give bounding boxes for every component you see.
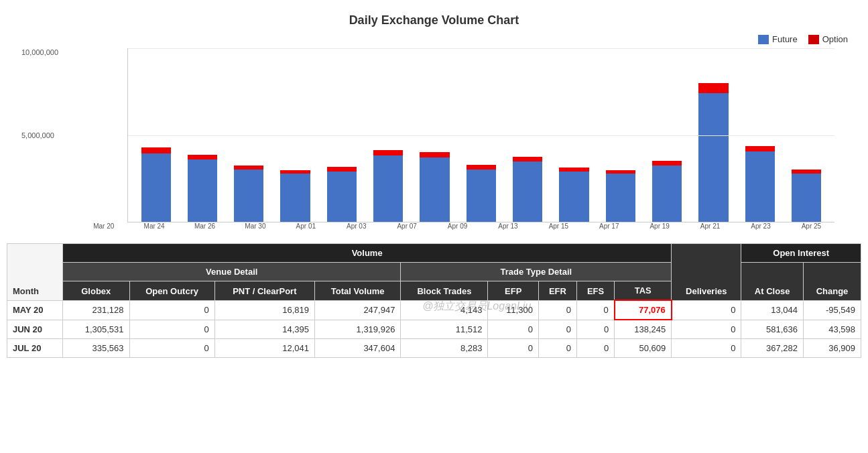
table-cell: 1,319,926: [314, 320, 400, 339]
x-label: Apr 23: [737, 222, 784, 230]
table-cell: JUL 20: [7, 339, 63, 358]
bar-group: [739, 146, 781, 222]
table-cell: 0: [672, 300, 741, 320]
table-cell: 0: [488, 339, 538, 358]
option-bar: [467, 165, 496, 170]
table-cell: 0: [129, 300, 214, 320]
x-label: Mar 24: [131, 222, 177, 230]
future-bar: [745, 151, 775, 222]
volume-group-header: Volume: [63, 244, 672, 263]
bar-group: [460, 165, 502, 222]
x-label: Mar 26: [182, 222, 228, 230]
open-outcry-header: Open Outcry: [129, 281, 214, 301]
table-cell: 347,604: [314, 339, 400, 358]
tas-header: TAS: [615, 281, 672, 301]
table-cell: 0: [672, 339, 741, 358]
chart-area: [127, 48, 834, 222]
bar-group: [228, 166, 270, 222]
x-label: Apr 25: [788, 222, 834, 230]
bar-group: [367, 150, 410, 222]
table-cell: 0: [538, 320, 576, 339]
table-cell: MAY 20: [7, 300, 63, 320]
table-cell: 0: [577, 300, 615, 320]
x-label: Apr 17: [586, 222, 632, 230]
legend-future: Future: [758, 34, 798, 44]
table-cell: 0: [538, 339, 576, 358]
block-trades-header: Block Trades: [401, 281, 488, 301]
future-bar: [513, 161, 542, 222]
x-label: Apr 01: [283, 222, 329, 230]
table-cell: 12,041: [214, 339, 314, 358]
bar-group: [553, 168, 595, 222]
table-wrapper: Month Volume Deliveries Open Interest Ve…: [7, 243, 861, 358]
bar-group: [135, 147, 177, 222]
x-axis: Mar 20Mar 24Mar 26Mar 30Apr 01Apr 03Apr …: [74, 222, 841, 230]
bar-group: [320, 167, 363, 222]
option-color-box: [808, 35, 819, 44]
table-cell: 0: [538, 300, 576, 320]
option-bar: [327, 167, 357, 172]
table-row: MAY 20231,128016,819247,9474,14311,30000…: [7, 300, 861, 320]
table-cell: 13,044: [741, 300, 804, 320]
future-bar: [141, 153, 171, 222]
option-bar: [141, 147, 171, 153]
bar-group: [507, 157, 549, 222]
future-bar: [652, 166, 682, 222]
table-cell: 581,636: [741, 320, 804, 339]
table-cell: 11,512: [401, 320, 488, 339]
table-cell: 0: [129, 339, 214, 358]
table-cell: 43,598: [804, 320, 861, 339]
future-bar: [420, 157, 449, 222]
y-label-top: 10,000,000: [21, 48, 58, 56]
venue-detail-header: Venue Detail: [63, 263, 401, 281]
table-cell: 0: [577, 339, 615, 358]
bar-group: [599, 170, 641, 222]
table-cell: 14,395: [214, 320, 314, 339]
y-label-mid: 5,000,000: [21, 131, 54, 139]
globex-header: Globex: [63, 281, 129, 301]
efp-header: EFP: [488, 281, 538, 301]
total-volume-header: Total Volume: [314, 281, 400, 301]
bar-group: [646, 161, 688, 222]
table-cell: 16,819: [214, 300, 314, 320]
future-bar: [467, 170, 496, 222]
table-row: JUN 201,305,531014,3951,319,92611,512000…: [7, 320, 861, 339]
grid-line-top: [128, 48, 834, 49]
bar-group: [274, 170, 316, 222]
future-bar: [373, 155, 403, 222]
x-label: Apr 15: [536, 222, 582, 230]
volume-table: Month Volume Deliveries Open Interest Ve…: [7, 243, 861, 358]
table-cell: 231,128: [63, 300, 129, 320]
x-label: Apr 19: [636, 222, 682, 230]
future-bar: [188, 159, 217, 222]
option-bar: [745, 146, 775, 151]
grid-line-mid: [128, 135, 834, 136]
option-bar: [188, 155, 217, 159]
future-bar: [698, 93, 728, 222]
at-close-header: At Close: [741, 263, 804, 301]
pnt-clearport-header: PNT / ClearPort: [214, 281, 314, 301]
table-cell: 0: [672, 320, 741, 339]
future-bar: [606, 174, 635, 222]
table-cell: 0: [577, 320, 615, 339]
table-row: JUL 20335,563012,041347,6048,28300050,60…: [7, 339, 861, 358]
x-label: Mar 30: [232, 222, 278, 230]
legend-option: Option: [808, 34, 848, 44]
table-cell: 0: [488, 320, 538, 339]
option-bar: [373, 150, 403, 155]
change-header: Change: [804, 263, 861, 301]
chart-legend: Future Option: [20, 34, 848, 44]
future-bar: [234, 170, 263, 222]
future-label: Future: [772, 34, 798, 44]
table-cell: 36,909: [804, 339, 861, 358]
table-cell: JUN 20: [7, 320, 63, 339]
table-cell: 247,947: [314, 300, 400, 320]
table-cell: 138,245: [615, 320, 672, 339]
option-bar: [698, 83, 728, 93]
table-cell: -95,549: [804, 300, 861, 320]
efs-header: EFS: [577, 281, 615, 301]
chart-title: Daily Exchange Volume Chart: [20, 13, 848, 27]
table-cell: 335,563: [63, 339, 129, 358]
future-bar: [327, 172, 357, 222]
table-cell: 4,143: [401, 300, 488, 320]
